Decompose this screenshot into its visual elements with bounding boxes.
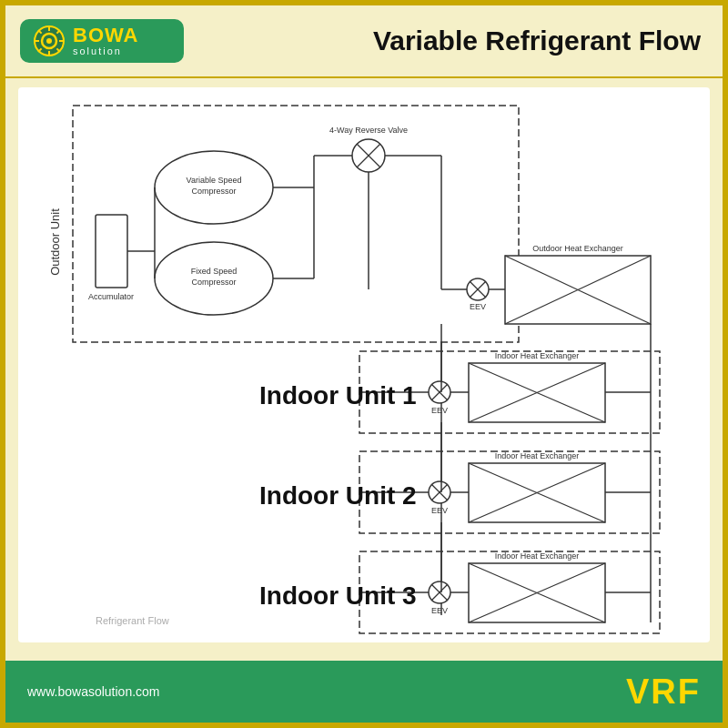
svg-point-2 [46, 38, 52, 44]
footer-vrf: VRF [626, 672, 701, 712]
svg-rect-12 [96, 215, 127, 288]
accumulator-label: Accumulator [88, 292, 134, 301]
logo-icon [33, 25, 66, 57]
indoor2-hex-label: Indoor Heat Exchanger [495, 451, 580, 460]
watermark-text: Refrigerant Flow [96, 615, 169, 626]
indoor3-eev-label: EEV [431, 606, 448, 615]
indoor-unit3-label: Indoor Unit 3 [259, 581, 417, 610]
footer: www.bowasolution.com VRF [5, 661, 723, 723]
indoor1-hex-label: Indoor Heat Exchanger [495, 351, 580, 360]
indoor-unit1-label: Indoor Unit 1 [259, 381, 417, 410]
header-title: Variable Refrigerant Flow [184, 25, 708, 56]
indoor3-hex-label: Indoor Heat Exchanger [495, 551, 580, 561]
fixed-speed-label: Fixed Speed [191, 267, 238, 276]
outdoor-hex-label: Outdoor Heat Exchanger [532, 244, 623, 253]
logo-text: BOWA solution [73, 25, 138, 56]
diagram-svg: Outdoor Unit Accumulator Variable Speed … [18, 87, 710, 642]
svg-text:Compressor: Compressor [191, 187, 236, 196]
footer-url: www.bowasolution.com [27, 684, 160, 699]
indoor1-eev-label: EEV [431, 406, 448, 415]
outdoor-eev-label: EEV [470, 302, 486, 311]
logo-solution: solution [73, 46, 138, 56]
four-way-valve-label: 4-Way Reverse Valve [329, 126, 408, 135]
svg-rect-11 [73, 106, 519, 342]
indoor2-eev-label: EEV [431, 506, 448, 515]
outdoor-unit-label: Outdoor Unit [48, 208, 62, 276]
variable-speed-label: Variable Speed [187, 176, 242, 185]
diagram-area: Outdoor Unit Accumulator Variable Speed … [18, 87, 710, 642]
indoor-unit2-label: Indoor Unit 2 [259, 481, 417, 510]
logo-bowa: BOWA [73, 25, 138, 46]
logo-area: BOWA solution [20, 19, 184, 63]
svg-text:Compressor: Compressor [191, 278, 236, 287]
header: BOWA solution Variable Refrigerant Flow [5, 5, 723, 78]
